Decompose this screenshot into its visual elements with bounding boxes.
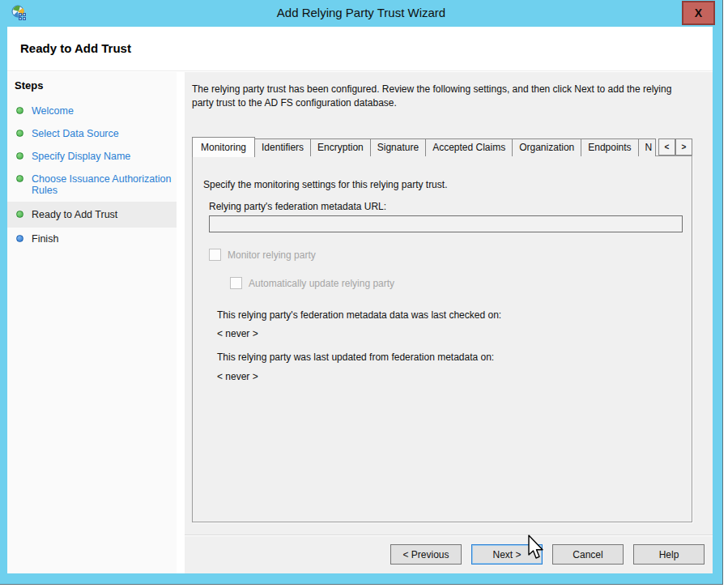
checkbox-unchecked-icon[interactable] <box>230 277 242 289</box>
main-panel: The relying party trust has been configu… <box>185 72 713 573</box>
steps-sidebar: Steps Welcome Select Data Source Specify… <box>7 72 177 573</box>
step-label: Select Data Source <box>32 128 119 139</box>
last-checked-value: < never > <box>217 328 258 339</box>
step-label: Ready to Add Trust <box>32 209 117 220</box>
previous-button[interactable]: < Previous <box>390 544 462 565</box>
step-done-bullet-icon <box>16 107 23 114</box>
monitoring-instruction: Specify the monitoring settings for this… <box>203 179 447 190</box>
cancel-button[interactable]: Cancel <box>552 544 624 565</box>
metadata-url-input[interactable] <box>209 215 683 232</box>
help-button[interactable]: Help <box>633 544 705 565</box>
monitoring-tab-panel: Specify the monitoring settings for this… <box>192 156 692 522</box>
step-specify-display-name[interactable]: Specify Display Name <box>7 145 177 168</box>
last-updated-value: < never > <box>217 371 258 382</box>
wizard-window: Add Relying Party Trust Wizard X Ready t… <box>0 0 723 585</box>
next-button[interactable]: Next > <box>471 544 543 565</box>
step-select-data-source[interactable]: Select Data Source <box>7 122 177 145</box>
client-area: Ready to Add Trust Steps Welcome Select … <box>7 27 713 573</box>
step-done-bullet-icon <box>16 152 23 160</box>
auto-update-relying-party-checkbox-row[interactable]: Automatically update relying party <box>230 277 394 289</box>
step-finish[interactable]: Finish <box>7 228 177 250</box>
tab-encryption[interactable]: Encryption <box>310 138 371 156</box>
tab-monitoring[interactable]: Monitoring <box>192 137 255 157</box>
monitor-relying-party-checkbox-row[interactable]: Monitor relying party <box>209 249 316 261</box>
tab-scroll-left-button[interactable]: < <box>658 138 675 156</box>
titlebar[interactable]: Add Relying Party Trust Wizard X <box>0 0 722 27</box>
step-upcoming-bullet-icon <box>16 235 23 242</box>
auto-update-relying-party-label: Automatically update relying party <box>249 278 394 289</box>
wizard-button-bar: < Previous Next > Cancel Help <box>185 535 713 573</box>
metadata-url-label: Relying party's federation metadata URL: <box>209 201 386 212</box>
page: Add Relying Party Trust Wizard X Ready t… <box>0 0 728 588</box>
page-title: Ready to Add Trust <box>7 27 713 55</box>
close-button[interactable]: X <box>682 1 715 25</box>
step-choose-issuance-authorization-rules[interactable]: Choose Issuance Authorization Rules <box>7 168 177 202</box>
step-welcome[interactable]: Welcome <box>7 100 177 122</box>
page-header: Ready to Add Trust <box>7 27 713 71</box>
step-done-bullet-icon <box>16 175 23 182</box>
checkbox-unchecked-icon[interactable] <box>209 249 221 261</box>
tab-accepted-claims[interactable]: Accepted Claims <box>425 138 513 156</box>
tab-notes-partial[interactable]: N <box>638 138 656 156</box>
step-label: Specify Display Name <box>32 151 130 162</box>
step-label: Finish <box>32 233 58 245</box>
monitor-relying-party-label: Monitor relying party <box>228 249 316 261</box>
tab-organization[interactable]: Organization <box>512 138 581 156</box>
tab-endpoints[interactable]: Endpoints <box>581 138 638 156</box>
tab-strip: Monitoring Identifiers Encryption Signat… <box>192 137 692 156</box>
step-done-bullet-icon <box>16 130 23 137</box>
last-updated-label: This relying party was last updated from… <box>217 352 494 363</box>
step-label: Choose Issuance Authorization Rules <box>32 173 172 196</box>
last-checked-label: This relying party's federation metadata… <box>217 309 501 321</box>
intro-text: The relying party trust has been configu… <box>192 83 692 110</box>
steps-heading: Steps <box>7 72 177 100</box>
step-ready-to-add-trust[interactable]: Ready to Add Trust <box>7 202 177 228</box>
window-title: Add Relying Party Trust Wizard <box>0 6 722 19</box>
tab-scroll-right-button[interactable]: > <box>675 138 692 156</box>
step-done-bullet-icon <box>16 211 23 218</box>
tab-identifiers[interactable]: Identifiers <box>254 138 311 156</box>
tab-signature[interactable]: Signature <box>370 138 426 156</box>
step-label: Welcome <box>32 105 74 117</box>
settings-tab-control: Monitoring Identifiers Encryption Signat… <box>192 137 692 522</box>
